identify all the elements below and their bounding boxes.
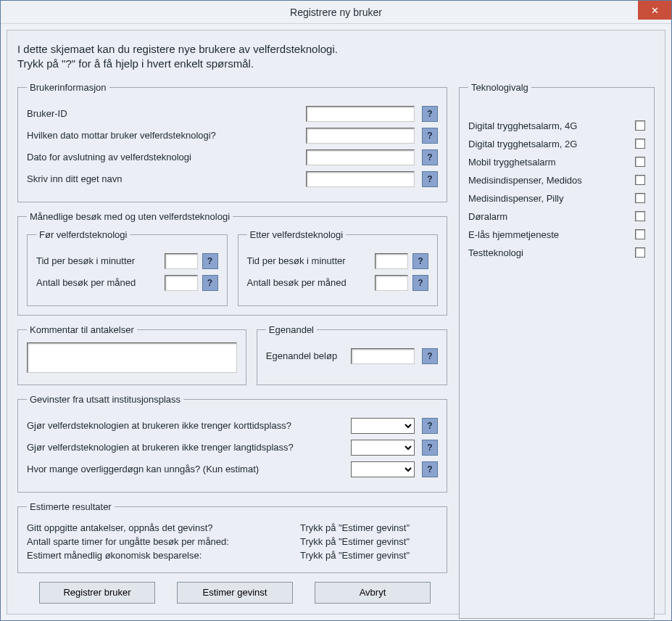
tech-legend: Teknologivalg [468,82,531,93]
gains-group: Gevinster fra utsatt institusjonsplass G… [17,394,447,493]
after-legend: Etter velferdsteknologi [247,229,347,240]
user-info-legend: Brukerinformasjon [27,82,109,93]
help-end-date[interactable]: ? [422,149,438,165]
tech-item: Digital trygghetsalarm, 4G [468,120,645,131]
comment-group: Kommentar til antakelser [17,324,246,385]
tech-item-checkbox[interactable] [635,157,645,167]
after-count-input[interactable] [375,275,408,291]
before-count-input[interactable] [165,275,198,291]
estimate-button[interactable]: Estimer gevinst [177,582,293,604]
cancel-button[interactable]: Avbryt [315,582,431,604]
tech-item-label: Medisindispenser, Medidos [468,175,582,186]
comment-legend: Kommentar til antakelser [27,324,137,335]
help-own-name[interactable]: ? [422,171,438,187]
tech-item-label: Digital trygghetsalarm, 4G [468,120,577,131]
help-before-count[interactable]: ? [202,275,218,291]
egenandel-label: Egenandel beløp [266,350,344,361]
tech-item-checkbox[interactable] [635,229,645,239]
help-before-time[interactable]: ? [202,253,218,269]
tech-item: Medisindispenser, Medidos [468,175,645,186]
tech-item-checkbox[interactable] [635,120,645,131]
tech-item-checkbox[interactable] [635,175,645,185]
recv-date-label: Hvilken dato mottar bruker velferdstekno… [27,130,299,141]
tech-item-label: E-lås hjemmetjeneste [468,229,559,240]
after-group: Etter velferdsteknologi Tid per besøk i … [238,229,439,306]
gains-q1-label: Gjør velferdsteknologien at brukeren ikk… [27,420,344,431]
egenandel-legend: Egenandel [266,324,317,335]
user-id-input[interactable] [306,106,415,122]
before-time-input[interactable] [165,253,198,269]
tech-item: Døralarm [468,211,645,222]
tech-item: Medisindispenser, Pilly [468,193,645,204]
before-group: Før velferdsteknologi Tid per besøk i mi… [27,229,228,306]
before-legend: Før velferdsteknologi [36,229,130,240]
own-name-label: Skriv inn ditt eget navn [27,173,299,184]
tech-item-label: Døralarm [468,211,507,222]
help-gains-q1[interactable]: ? [422,418,438,434]
estimate-legend: Estimerte resultater [27,501,115,512]
tech-item-label: Mobil trygghetsalarm [468,157,556,168]
app-window: Registrere ny bruker ✕ I dette skjemaet … [0,0,672,621]
est-r1-value: Trykk på "Estimer gevinst" [300,522,438,533]
visits-group: Månedlige besøk med og uten velferdstekn… [17,211,447,316]
gains-q1-select[interactable] [351,418,415,434]
window-title: Registrere ny bruker [1,7,671,18]
user-id-label: Bruker-ID [27,108,299,119]
tech-item: Testteknologi [468,247,645,258]
gains-q2-select[interactable] [351,440,415,456]
est-r3-label: Estimert månedlig økonomisk besparelse: [27,550,293,561]
tech-item-checkbox[interactable] [635,211,645,221]
end-date-label: Dato for avslutning av velferdsteknologi [27,152,299,163]
gains-q3-select[interactable] [351,461,415,477]
est-r1-label: Gitt oppgitte antakelser, oppnås det gev… [27,522,293,533]
before-count-label: Antall besøk per måned [36,277,160,288]
end-date-input[interactable] [306,149,415,165]
user-info-group: Brukerinformasjon Bruker-ID ? Hvilken da… [17,82,447,202]
own-name-input[interactable] [306,171,415,187]
help-after-count[interactable]: ? [412,275,428,291]
tech-item: Mobil trygghetsalarm [468,157,645,168]
recv-date-input[interactable] [306,128,415,144]
close-icon: ✕ [651,5,659,16]
form-panel: I dette skjemaet kan du registere nye br… [7,30,665,614]
egenandel-input[interactable] [351,348,415,364]
tech-item: Digital trygghetsalarm, 2G [468,139,645,149]
est-r2-label: Antall sparte timer for ungåtte besøk pe… [27,536,293,547]
tech-item-checkbox[interactable] [635,139,645,149]
est-r3-value: Trykk på "Estimer gevinst" [300,550,438,561]
help-user-id[interactable]: ? [422,106,438,122]
help-recv-date[interactable]: ? [422,128,438,144]
register-button[interactable]: Registrer bruker [39,582,155,604]
gains-q3-label: Hvor mange overliggerdøgn kan unngås? (K… [27,464,344,474]
tech-item-label: Digital trygghetsalarm, 2G [468,139,577,149]
after-time-label: Tid per besøk i minutter [247,255,371,266]
intro-text: I dette skjemaet kan du registere nye br… [17,42,655,72]
close-button[interactable]: ✕ [638,1,671,20]
help-gains-q3[interactable]: ? [422,461,438,477]
tech-group: Teknologivalg Digital trygghetsalarm, 4G… [459,82,655,619]
help-after-time[interactable]: ? [412,253,428,269]
est-r2-value: Trykk på "Estimer gevinst" [300,536,438,547]
help-gains-q2[interactable]: ? [422,440,438,456]
after-time-input[interactable] [375,253,408,269]
tech-item-checkbox[interactable] [635,247,645,258]
after-count-label: Antall besøk per måned [247,277,371,288]
tech-item-label: Medisindispenser, Pilly [468,193,564,204]
titlebar: Registrere ny bruker ✕ [1,1,671,24]
tech-item-checkbox[interactable] [635,193,645,203]
comment-input[interactable] [27,342,237,373]
gains-q2-label: Gjør velferdsteknologien at brukeren ikk… [27,442,344,453]
estimate-group: Estimerte resultater Gitt oppgitte antak… [17,501,447,573]
gains-legend: Gevinster fra utsatt institusjonsplass [27,394,183,405]
visits-legend: Månedlige besøk med og uten velferdstekn… [27,211,233,222]
tech-item: E-lås hjemmetjeneste [468,229,645,240]
help-egenandel[interactable]: ? [422,348,438,364]
egenandel-group: Egenandel Egenandel beløp ? [257,324,447,385]
tech-item-label: Testteknologi [468,247,523,258]
before-time-label: Tid per besøk i minutter [36,255,160,266]
